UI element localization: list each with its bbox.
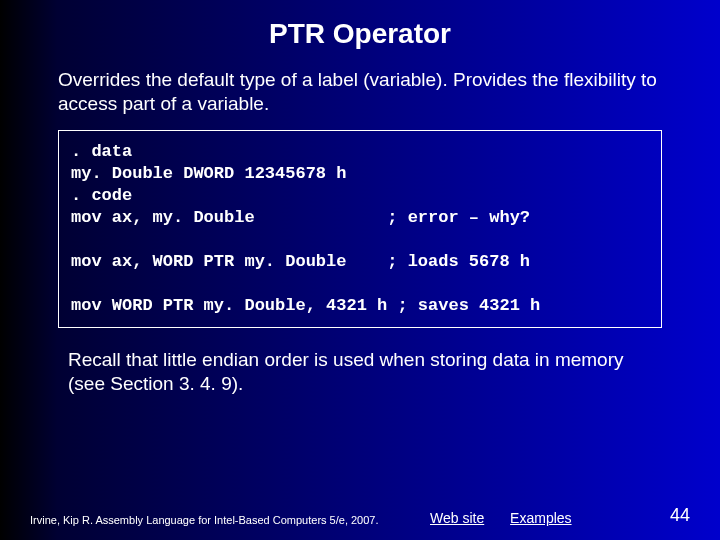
examples-link[interactable]: Examples [510,510,571,526]
credit-text: Irvine, Kip R. Assembly Language for Int… [30,514,379,526]
code-block: . data my. Double DWORD 12345678 h . cod… [58,130,662,329]
footer-links: Web site Examples [430,510,594,526]
intro-text: Overrides the default type of a label (v… [0,60,720,116]
slide-title: PTR Operator [0,0,720,60]
website-link[interactable]: Web site [430,510,484,526]
recall-text: Recall that little endian order is used … [0,328,720,396]
page-number: 44 [670,505,690,526]
